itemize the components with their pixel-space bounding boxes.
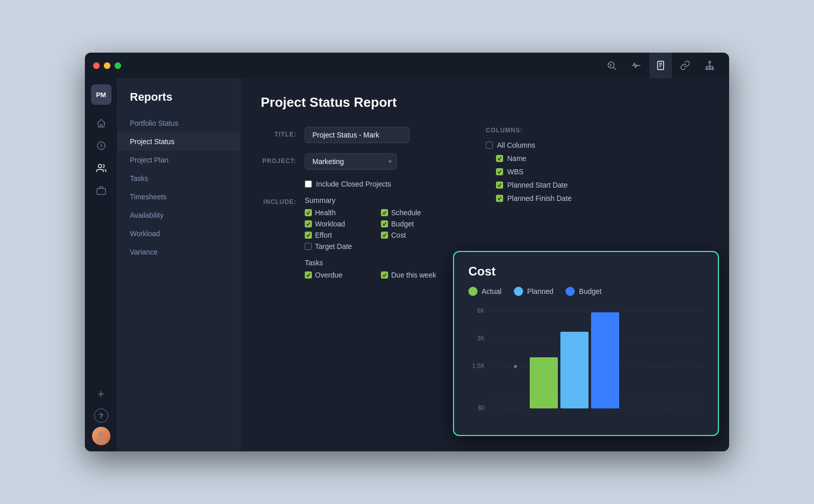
- svg-rect-29: [530, 357, 558, 408]
- schedule-checkbox[interactable]: [381, 209, 388, 216]
- include-closed-label: Include Closed Projects: [316, 180, 391, 188]
- project-select[interactable]: Marketing: [305, 153, 397, 170]
- title-row: TITLE:: [261, 127, 445, 143]
- budget-checkbox[interactable]: [381, 220, 388, 227]
- app-body: PM: [85, 78, 729, 451]
- sidebar-item-clock[interactable]: [91, 135, 111, 156]
- pulse-view-icon[interactable]: [625, 53, 647, 78]
- health-item: Health: [305, 209, 369, 217]
- app-window: PM: [85, 53, 729, 451]
- due-this-week-item: Due this week: [381, 271, 445, 279]
- title-label: TITLE:: [261, 127, 297, 138]
- overdue-item: Overdue: [305, 271, 369, 279]
- cost-label: Cost: [391, 231, 406, 239]
- include-content: Summary Health: [305, 196, 445, 287]
- search-view-icon[interactable]: [600, 53, 623, 78]
- name-column-label: Name: [507, 154, 526, 163]
- due-this-week-checkbox[interactable]: [381, 271, 388, 279]
- nav-tasks[interactable]: Tasks: [118, 169, 240, 188]
- legend-planned-dot: [514, 287, 523, 296]
- include-section: INCLUDE: Summary Health: [261, 196, 445, 287]
- legend-budget: Budget: [566, 287, 601, 296]
- titlebar-icons: [592, 53, 729, 78]
- project-row: PROJECT: Marketing ▾: [261, 153, 445, 170]
- columns-indented: Name WBS Planned Start Dat: [486, 154, 608, 202]
- legend-budget-dot: [566, 287, 575, 296]
- columns-label: COLUMNS:: [486, 127, 608, 134]
- nav-variance[interactable]: Variance: [118, 243, 240, 261]
- svg-text:1.5K: 1.5K: [472, 362, 485, 370]
- nav-portfolio-status[interactable]: Portfolio Status: [118, 114, 240, 132]
- planned-start-checkbox[interactable]: [496, 181, 503, 189]
- legend-actual-dot: [468, 287, 478, 296]
- close-button[interactable]: [93, 62, 100, 69]
- planned-finish-checkbox[interactable]: [496, 195, 503, 202]
- far-sidebar-bottom: + ?: [91, 384, 111, 445]
- project-label: PROJECT:: [261, 153, 297, 165]
- legend-planned: Planned: [514, 287, 553, 296]
- nav-project-status[interactable]: Project Status: [118, 132, 240, 151]
- svg-text:$0: $0: [478, 404, 485, 411]
- link-view-icon[interactable]: [674, 53, 696, 78]
- chart-title: Cost: [468, 264, 704, 279]
- svg-rect-9: [712, 68, 713, 70]
- name-column-checkbox[interactable]: [496, 155, 503, 162]
- cost-chart-svg: 6K 3K 1.5K $0: [468, 306, 704, 419]
- legend-actual: Actual: [468, 287, 502, 296]
- health-checkbox[interactable]: [305, 209, 312, 216]
- planned-start-column-item: Planned Start Date: [496, 181, 608, 189]
- maximize-button[interactable]: [115, 62, 121, 69]
- nav-workload[interactable]: Workload: [118, 224, 240, 243]
- svg-text:3K: 3K: [477, 335, 485, 342]
- legend-planned-label: Planned: [527, 287, 553, 295]
- report-view-icon[interactable]: [649, 53, 672, 78]
- svg-point-18: [98, 431, 104, 437]
- svg-point-16: [98, 165, 102, 168]
- wbs-column-label: WBS: [507, 168, 524, 176]
- include-closed-checkbox[interactable]: [305, 180, 312, 188]
- sidebar-item-briefcase[interactable]: [91, 180, 111, 201]
- schedule-label: Schedule: [391, 209, 421, 217]
- workload-label: Workload: [315, 220, 345, 228]
- svg-rect-30: [560, 332, 589, 408]
- minimize-button[interactable]: [104, 62, 110, 69]
- form-left: TITLE: PROJECT: Marketing ▾: [261, 127, 445, 295]
- effort-checkbox[interactable]: [305, 232, 312, 239]
- title-input[interactable]: [305, 127, 410, 143]
- all-columns-checkbox[interactable]: [486, 142, 493, 149]
- summary-grid: Health Schedule: [305, 209, 445, 250]
- nav-project-plan[interactable]: Project Plan: [118, 151, 240, 169]
- help-button[interactable]: ?: [94, 408, 108, 423]
- overdue-checkbox[interactable]: [305, 271, 312, 279]
- svg-rect-2: [658, 61, 664, 70]
- traffic-lights: [93, 62, 121, 69]
- far-sidebar: PM: [85, 78, 118, 451]
- page-title: Project Status Report: [261, 95, 709, 110]
- svg-text:6K: 6K: [477, 307, 485, 314]
- target-date-checkbox[interactable]: [305, 243, 312, 250]
- nav-timesheets[interactable]: Timesheets: [118, 188, 240, 206]
- overdue-label: Overdue: [315, 271, 343, 279]
- add-button[interactable]: +: [91, 384, 111, 404]
- svg-line-1: [614, 67, 616, 70]
- sidebar-item-home[interactable]: [91, 113, 111, 133]
- due-this-week-label: Due this week: [391, 271, 436, 279]
- hierarchy-view-icon[interactable]: [698, 53, 721, 78]
- planned-start-label: Planned Start Date: [507, 181, 568, 189]
- effort-item: Effort: [305, 231, 369, 239]
- svg-point-19: [96, 438, 106, 443]
- svg-rect-31: [591, 312, 619, 408]
- schedule-item: Schedule: [381, 209, 445, 217]
- avatar[interactable]: [92, 427, 110, 445]
- svg-rect-8: [709, 68, 710, 70]
- include-closed-row: Include Closed Projects: [261, 180, 445, 188]
- cost-checkbox[interactable]: [381, 232, 388, 239]
- sidebar-item-people[interactable]: [91, 158, 111, 178]
- wbs-column-checkbox[interactable]: [496, 168, 503, 175]
- budget-item: Budget: [381, 220, 445, 228]
- nav-availability[interactable]: Availability: [118, 206, 240, 224]
- svg-rect-17: [97, 189, 105, 195]
- app-logo[interactable]: PM: [91, 84, 111, 105]
- workload-checkbox[interactable]: [305, 220, 312, 227]
- all-columns-item: All Columns: [486, 141, 608, 149]
